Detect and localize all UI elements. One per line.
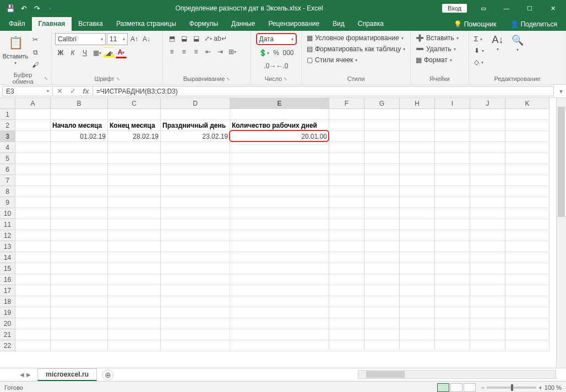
cell-A15[interactable]	[15, 263, 51, 274]
cell-J18[interactable]	[470, 296, 505, 307]
tell-me[interactable]: 💡 Помощник	[450, 18, 499, 31]
cell-B14[interactable]	[51, 252, 108, 263]
cell-I11[interactable]	[435, 219, 470, 230]
cell-K7[interactable]	[505, 175, 549, 186]
row-header-2[interactable]: 2	[0, 120, 15, 131]
cell-I17[interactable]	[435, 285, 470, 296]
cell-E20[interactable]	[230, 318, 329, 329]
cell-H13[interactable]	[400, 241, 435, 252]
cell-E6[interactable]	[230, 164, 329, 175]
cell-F15[interactable]	[329, 263, 364, 274]
cell-B3[interactable]: 01.02.19	[51, 131, 108, 142]
cell-D11[interactable]	[161, 219, 230, 230]
cell-K18[interactable]	[505, 296, 549, 307]
row-header-1[interactable]: 1	[0, 109, 15, 120]
cell-K19[interactable]	[505, 307, 549, 318]
tab-formulas[interactable]: Формулы	[183, 17, 225, 31]
col-header-C[interactable]: C	[108, 98, 161, 109]
cell-J10[interactable]	[470, 208, 505, 219]
cell-A7[interactable]	[15, 175, 51, 186]
cell-I7[interactable]	[435, 175, 470, 186]
cell-G15[interactable]	[364, 263, 400, 274]
cell-H4[interactable]	[400, 142, 435, 153]
font-size-combo[interactable]: 11▾	[107, 33, 128, 45]
row-header-5[interactable]: 5	[0, 153, 15, 164]
cell-H5[interactable]	[400, 153, 435, 164]
cell-A9[interactable]	[15, 197, 51, 208]
row-header-18[interactable]: 18	[0, 296, 15, 307]
cell-F3[interactable]	[329, 131, 364, 142]
col-header-K[interactable]: K	[505, 98, 549, 109]
cell-A18[interactable]	[15, 296, 51, 307]
cell-K16[interactable]	[505, 274, 549, 285]
cell-D4[interactable]	[161, 142, 230, 153]
sort-filter-button[interactable]: A↓▾	[490, 33, 505, 52]
indent-increase-icon[interactable]: ⇥	[215, 46, 226, 57]
cell-K1[interactable]	[505, 109, 549, 120]
cell-F20[interactable]	[329, 318, 364, 329]
cell-F13[interactable]	[329, 241, 364, 252]
cell-D3[interactable]: 23.02.19	[161, 131, 230, 142]
sheet-nav-prev-icon[interactable]: ◀	[20, 372, 24, 378]
cell-H1[interactable]	[400, 109, 435, 120]
cell-F2[interactable]	[329, 120, 364, 131]
cell-J16[interactable]	[470, 274, 505, 285]
cell-F22[interactable]	[329, 340, 364, 351]
row-header-3[interactable]: 3	[0, 131, 15, 142]
increase-decimal-icon[interactable]: .0→	[265, 61, 276, 72]
cell-C15[interactable]	[108, 263, 161, 274]
cell-D20[interactable]	[161, 318, 230, 329]
format-painter-icon[interactable]: 🖌	[30, 59, 41, 70]
format-cells-button[interactable]: ▦Формат▾	[414, 55, 454, 65]
cell-D1[interactable]	[161, 109, 230, 120]
cell-F16[interactable]	[329, 274, 364, 285]
italic-button[interactable]: К	[67, 47, 78, 58]
col-header-A[interactable]: A	[15, 98, 51, 109]
tab-data[interactable]: Данные	[225, 17, 262, 31]
fill-button[interactable]: ⬇ ▾	[472, 46, 486, 56]
cell-G3[interactable]	[364, 131, 400, 142]
row-header-21[interactable]: 21	[0, 329, 15, 340]
number-format-combo[interactable]: Дата▾	[256, 33, 297, 45]
cell-D6[interactable]	[161, 164, 230, 175]
zoom-in-button[interactable]: +	[538, 384, 542, 391]
cell-H11[interactable]	[400, 219, 435, 230]
cell-I2[interactable]	[435, 120, 470, 131]
tab-file[interactable]: Файл	[2, 17, 32, 31]
ribbon-options-icon[interactable]: ▭	[472, 1, 494, 16]
autosum-button[interactable]: Σ ▾	[472, 34, 486, 44]
cell-H17[interactable]	[400, 285, 435, 296]
cell-F14[interactable]	[329, 252, 364, 263]
cell-G1[interactable]	[364, 109, 400, 120]
cell-H20[interactable]	[400, 318, 435, 329]
cell-C14[interactable]	[108, 252, 161, 263]
new-sheet-button[interactable]: ⊕	[102, 369, 113, 380]
cell-G18[interactable]	[364, 296, 400, 307]
undo-icon[interactable]: ↶	[18, 2, 30, 14]
cell-K17[interactable]	[505, 285, 549, 296]
cell-I3[interactable]	[435, 131, 470, 142]
cell-C19[interactable]	[108, 307, 161, 318]
cell-K15[interactable]	[505, 263, 549, 274]
cell-G7[interactable]	[364, 175, 400, 186]
cell-C18[interactable]	[108, 296, 161, 307]
row-header-8[interactable]: 8	[0, 186, 15, 197]
cell-B12[interactable]	[51, 230, 108, 241]
cell-F7[interactable]	[329, 175, 364, 186]
cell-D16[interactable]	[161, 274, 230, 285]
tab-insert[interactable]: Вставка	[72, 17, 110, 31]
cell-A14[interactable]	[15, 252, 51, 263]
cell-K4[interactable]	[505, 142, 549, 153]
find-select-button[interactable]: 🔍▾	[510, 33, 525, 52]
cell-D7[interactable]	[161, 175, 230, 186]
row-header-4[interactable]: 4	[0, 142, 15, 153]
cell-H21[interactable]	[400, 329, 435, 340]
col-header-H[interactable]: H	[400, 98, 435, 109]
cell-E5[interactable]	[230, 153, 329, 164]
tab-help[interactable]: Справка	[351, 17, 390, 31]
cell-I21[interactable]	[435, 329, 470, 340]
cell-E13[interactable]	[230, 241, 329, 252]
view-normal-button[interactable]	[437, 383, 449, 392]
cell-J12[interactable]	[470, 230, 505, 241]
cell-styles-button[interactable]: ▢Стили ячеек▾	[305, 55, 359, 65]
